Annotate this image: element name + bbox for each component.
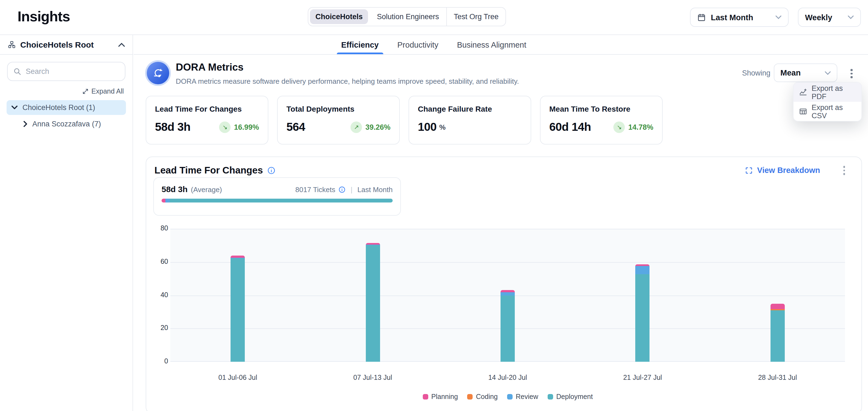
date-range-value: Last Month: [711, 13, 753, 22]
org-tab-choicehotels[interactable]: ChoiceHotels: [310, 9, 368, 24]
bar-segment-deployment: [636, 274, 650, 362]
bar-segment-deployment: [366, 245, 380, 362]
lead-time-panel: Lead Time For Changes View Breakdown 58d…: [146, 157, 862, 411]
legend-label: Review: [516, 393, 538, 401]
expand-all-button[interactable]: Expand All: [0, 88, 124, 95]
chevron-right-icon[interactable]: [24, 121, 27, 127]
trend-down-icon: ↘: [613, 121, 625, 133]
expand-all-icon: [82, 88, 89, 95]
chevron-down-icon: [775, 15, 781, 19]
delta-badge: ↘ 14.78%: [613, 121, 653, 133]
calendar-icon: [697, 13, 706, 22]
menu-item-export-pdf[interactable]: Export as PDF: [794, 83, 861, 102]
search-icon: [13, 67, 21, 75]
legend-label: Deployment: [556, 393, 593, 401]
legend-swatch-icon: [423, 394, 428, 400]
bar-07 Jul-13 Jul: [366, 243, 380, 362]
x-axis-tick-label: 21 Jul-27 Jul: [623, 374, 662, 381]
aggregation-value: Mean: [780, 68, 801, 77]
plot-area: [170, 229, 845, 362]
phase-distribution-bar: [161, 199, 393, 203]
distribution-segment-planning: [161, 199, 165, 203]
legend-item-deployment[interactable]: Deployment: [548, 393, 593, 401]
trend-down-icon: ↘: [219, 121, 230, 133]
chart-export-icon: [799, 88, 807, 96]
menu-item-export-csv[interactable]: Export as CSV: [794, 102, 861, 121]
metric-card-mean-time-to-restore: Mean Time To Restore 60d 14h ↘ 14.78%: [540, 96, 663, 144]
dora-options-kebab-icon[interactable]: [848, 67, 855, 80]
tree-item-choicehotels-root[interactable]: ChoiceHotels Root (1): [7, 100, 126, 115]
distribution-segment-review: [165, 199, 170, 203]
tab-business-alignment[interactable]: Business Alignment: [456, 35, 527, 54]
tab-productivity[interactable]: Productivity: [396, 35, 439, 54]
org-tree-icon: [8, 40, 16, 49]
lead-time-summary: 58d 3h (Average) 8017 Tickets | Last Mon…: [153, 177, 401, 216]
legend-item-planning[interactable]: Planning: [423, 393, 458, 401]
tickets-count: 8017 Tickets: [296, 185, 335, 194]
bar-21 Jul-27 Jul: [636, 265, 650, 362]
app-header: Insights ChoiceHotels Solution Engineers…: [0, 0, 868, 35]
granularity-select[interactable]: Weekly: [798, 8, 861, 27]
bar-segment-planning: [230, 255, 245, 258]
org-tab-test-org-tree[interactable]: Test Org Tree: [446, 8, 506, 26]
expand-all-label: Expand All: [91, 88, 124, 95]
info-icon[interactable]: [339, 186, 346, 193]
gridline: [170, 229, 845, 229]
aggregation-select[interactable]: Mean: [774, 64, 837, 82]
org-tab-solution-engineers[interactable]: Solution Engineers: [370, 8, 447, 26]
metric-card-change-failure-rate: Change Failure Rate 100 %: [408, 96, 531, 144]
legend-item-review[interactable]: Review: [507, 393, 538, 401]
y-axis-tick-label: 20: [155, 324, 168, 332]
x-axis-tick-label: 28 Jul-31 Jul: [758, 374, 797, 381]
trend-up-icon: ↗: [350, 121, 362, 133]
search-input[interactable]: [26, 67, 119, 75]
bar-segment-review: [500, 293, 515, 295]
menu-item-label: Export as PDF: [812, 84, 856, 100]
sidebar: ChoiceHotels Root Expand All ChoiceHotel…: [0, 35, 133, 411]
search-box: [7, 62, 125, 81]
insights-page: Insights ChoiceHotels Solution Engineers…: [0, 0, 868, 411]
date-range-select[interactable]: Last Month: [690, 8, 788, 27]
dora-metrics-title: DORA Metrics: [176, 61, 243, 73]
sidebar-title: ChoiceHotels Root: [20, 40, 94, 49]
tab-efficiency[interactable]: Efficiency: [340, 35, 380, 54]
granularity-value: Weekly: [805, 13, 832, 22]
y-axis-tick-label: 40: [155, 291, 168, 299]
lead-time-chart: PlanningCodingReviewDeployment 020406080…: [155, 229, 846, 409]
table-icon: [799, 107, 807, 115]
chevron-down-icon: [848, 15, 854, 19]
gridline: [170, 262, 845, 263]
page-title: Insights: [18, 8, 70, 25]
x-axis-tick-label: 01 Jul-06 Jul: [218, 374, 257, 381]
summary-qualifier: (Average): [191, 185, 222, 194]
export-menu: Export as PDF Export as CSV: [793, 82, 862, 122]
info-icon[interactable]: [267, 166, 275, 175]
legend-swatch-icon: [548, 394, 553, 400]
dora-metrics-icon: [145, 60, 171, 86]
legend-label: Planning: [431, 393, 458, 401]
panel-options-kebab-icon[interactable]: [841, 164, 847, 177]
legend-label: Coding: [476, 393, 498, 401]
chevron-up-icon[interactable]: [118, 42, 125, 47]
y-axis-tick-label: 0: [155, 357, 168, 365]
delta-badge: ↗ 39.26%: [350, 121, 391, 133]
bar-segment-planning: [366, 243, 380, 245]
bar-segment-review: [636, 266, 650, 274]
bar-segment-deployment: [500, 295, 515, 362]
legend-item-coding[interactable]: Coding: [467, 393, 498, 401]
panel-header: Lead Time For Changes View Breakdown: [146, 157, 861, 177]
separator: |: [351, 185, 353, 194]
bar-28 Jul-31 Jul: [771, 304, 785, 362]
delta-badge: ↘ 16.99%: [219, 121, 259, 133]
distribution-segment-deployment: [170, 199, 393, 203]
view-breakdown-button[interactable]: View Breakdown: [745, 166, 820, 175]
legend-swatch-icon: [467, 394, 473, 400]
tree-item-label: Anna Scozzafava (7): [32, 120, 101, 128]
main-tab-bar: Efficiency Productivity Business Alignme…: [134, 35, 868, 55]
tree-item-anna-scozzafava[interactable]: Anna Scozzafava (7): [19, 116, 126, 131]
sidebar-header[interactable]: ChoiceHotels Root: [0, 35, 132, 55]
legend-swatch-icon: [507, 394, 513, 400]
chevron-down-icon[interactable]: [11, 106, 18, 109]
header-controls: Last Month Weekly: [690, 8, 861, 27]
menu-item-label: Export as CSV: [812, 103, 856, 119]
